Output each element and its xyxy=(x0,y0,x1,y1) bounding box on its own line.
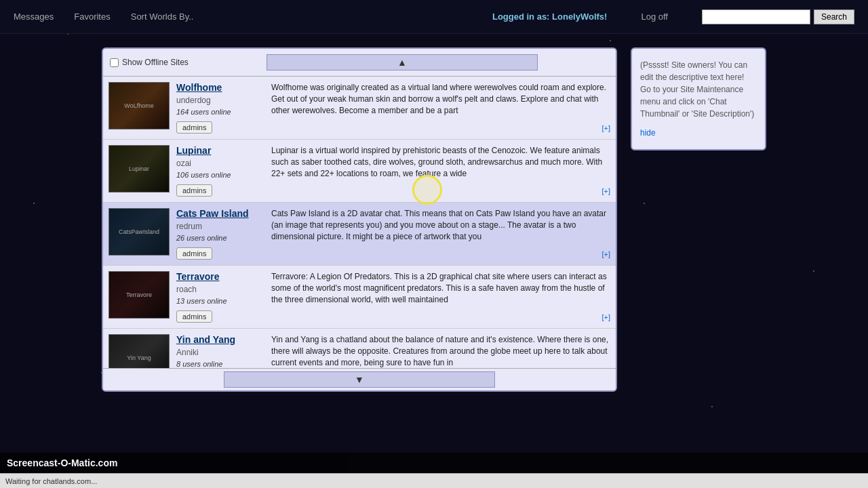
search-button[interactable]: Search xyxy=(814,9,854,24)
world-owner: ozai xyxy=(176,159,264,168)
info-panel-text: (Psssst! Site owners! You can edit the d… xyxy=(640,60,754,119)
expand-button[interactable]: [+] xyxy=(601,312,610,323)
world-name[interactable]: Terravore xyxy=(176,271,264,282)
world-item: CatsPawIsland Cats Paw Island redrum 26 … xyxy=(103,203,616,266)
thumb-label: CatsPawIsland xyxy=(116,226,162,238)
world-description-area: Cats Paw Island is a 2D avatar chat. Thi… xyxy=(271,208,610,260)
admins-button[interactable]: admins xyxy=(176,310,212,323)
world-item: WoLfhome Wolfhome underdog 164 users onl… xyxy=(103,77,616,140)
world-description-area: Yin and Yang is a chatland about the bal… xyxy=(271,334,610,368)
world-owner: roach xyxy=(176,285,264,294)
world-description-area: Wolfhome was originally created as a vir… xyxy=(271,82,610,134)
world-item: Terravore Terravore roach 13 users onlin… xyxy=(103,266,616,329)
world-owner: underdog xyxy=(176,96,264,105)
world-users: 8 users online xyxy=(176,360,264,368)
world-thumbnail[interactable]: Yin Yang xyxy=(108,334,170,368)
sort-dropdown-area: ▲ xyxy=(195,54,609,70)
show-offline-label: Show Offline Sites xyxy=(122,58,189,67)
world-users: 13 users online xyxy=(176,297,264,305)
nav-sort[interactable]: Sort Worlds By.. xyxy=(131,12,194,22)
username: LonelyWolfs! xyxy=(552,12,607,22)
world-users: 26 users online xyxy=(176,234,264,242)
navbar: Messages Favorites Sort Worlds By.. Logg… xyxy=(0,0,868,34)
search-input[interactable] xyxy=(702,9,810,24)
world-description: Wolfhome was originally created as a vir… xyxy=(271,82,610,116)
world-thumbnail[interactable]: WoLfhome xyxy=(108,82,170,129)
admins-button[interactable]: admins xyxy=(176,121,212,134)
nav-messages[interactable]: Messages xyxy=(14,12,54,22)
world-thumbnail[interactable]: Terravore xyxy=(108,271,170,319)
logged-in-label: Logged in as: LonelyWolfs! xyxy=(492,12,608,22)
logged-in-prefix: Logged in as: xyxy=(492,12,552,22)
world-info: Wolfhome underdog 164 users online admin… xyxy=(176,82,264,134)
expand-button[interactable]: [+] xyxy=(601,186,610,197)
expand-button[interactable]: [+] xyxy=(601,249,610,260)
main-content: Show Offline Sites ▲ WoLfhome Wolfhome u… xyxy=(0,34,868,405)
world-description: Yin and Yang is a chatland about the bal… xyxy=(271,334,610,368)
admins-button[interactable]: admins xyxy=(176,247,212,260)
world-name[interactable]: Cats Paw Island xyxy=(176,208,264,219)
world-item: Yin Yang Yin and Yang Anniki 8 users onl… xyxy=(103,329,616,368)
world-users: 106 users online xyxy=(176,171,264,179)
world-info: Terravore roach 13 users online admins xyxy=(176,271,264,323)
world-name[interactable]: Yin and Yang xyxy=(176,334,264,345)
world-name[interactable]: Wolfhome xyxy=(176,82,264,93)
status-bar: Waiting for chatlands.com... xyxy=(0,473,868,488)
scroll-down-button[interactable]: ▼ xyxy=(224,371,495,388)
world-owner: redrum xyxy=(176,222,264,231)
world-info: Cats Paw Island redrum 26 users online a… xyxy=(176,208,264,260)
thumb-label: Yin Yang xyxy=(124,352,153,364)
admins-button[interactable]: admins xyxy=(176,184,212,197)
world-list: WoLfhome Wolfhome underdog 164 users onl… xyxy=(103,77,616,368)
hide-link[interactable]: hide xyxy=(640,127,757,139)
watermark-text: Screencast-O-Matic.com xyxy=(7,458,117,468)
world-users: 164 users online xyxy=(176,108,264,116)
world-owner: Anniki xyxy=(176,348,264,357)
scroll-up-button[interactable]: ▲ xyxy=(267,54,538,70)
watermark: Screencast-O-Matic.com xyxy=(0,453,868,473)
world-description-area: Terravore: A Legion Of Predators. This i… xyxy=(271,271,610,323)
world-name[interactable]: Lupinar xyxy=(176,145,264,156)
world-description: Lupinar is a virtual world inspired by p… xyxy=(271,145,610,179)
nav-favorites[interactable]: Favorites xyxy=(74,12,110,22)
world-thumbnail[interactable]: CatsPawIsland xyxy=(108,208,170,256)
status-text: Waiting for chatlands.com... xyxy=(5,477,97,485)
worlds-panel: Show Offline Sites ▲ WoLfhome Wolfhome u… xyxy=(102,47,617,392)
world-description-area: Lupinar is a virtual world inspired by p… xyxy=(271,145,610,197)
offline-sites-checkbox[interactable] xyxy=(110,58,119,67)
world-description: Terravore: A Legion Of Predators. This i… xyxy=(271,271,610,305)
thumb-label: WoLfhome xyxy=(121,100,156,112)
thumb-label: Terravore xyxy=(123,289,155,301)
logoff-link[interactable]: Log off xyxy=(641,12,668,22)
world-description: Cats Paw Island is a 2D avatar chat. Thi… xyxy=(271,208,610,242)
panel-footer: ▼ xyxy=(103,368,616,390)
thumb-label: Lupinar xyxy=(126,163,152,175)
world-thumbnail[interactable]: Lupinar xyxy=(108,145,170,192)
world-info: Lupinar ozai 106 users online admins xyxy=(176,145,264,197)
world-item: Lupinar Lupinar ozai 106 users online ad… xyxy=(103,140,616,203)
show-offline-checkbox: Show Offline Sites xyxy=(110,58,189,67)
expand-button[interactable]: [+] xyxy=(601,123,610,134)
search-area: Search xyxy=(702,9,854,24)
info-panel: (Psssst! Site owners! You can edit the d… xyxy=(631,47,766,150)
panel-header: Show Offline Sites ▲ xyxy=(103,49,616,77)
world-info: Yin and Yang Anniki 8 users online admin… xyxy=(176,334,264,368)
